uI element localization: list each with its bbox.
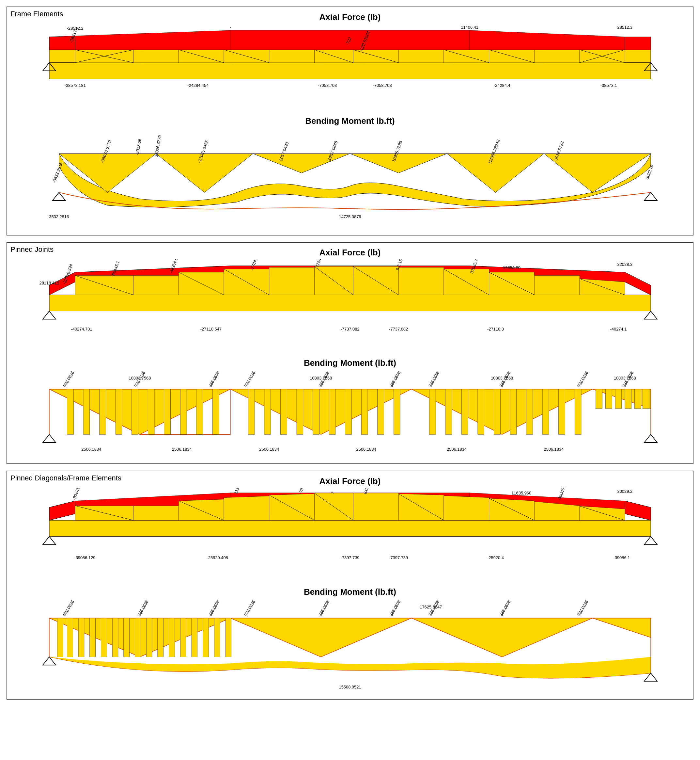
svg-text:886.0696: 886.0696 — [62, 599, 75, 617]
svg-rect-228 — [124, 618, 130, 657]
svg-text:886.0696: 886.0696 — [208, 370, 220, 388]
svg-text:3532.2816: 3532.2816 — [49, 215, 69, 219]
svg-rect-141 — [510, 389, 517, 434]
axial-svg-pinned: -32026.594 -50445.1 -48954.537 -7784.007… — [11, 259, 689, 356]
svg-text:30029.2: 30029.2 — [617, 489, 633, 494]
svg-text:14725.3876: 14725.3876 — [339, 215, 361, 219]
svg-text:886.0696: 886.0696 — [389, 370, 402, 388]
svg-text:-40274.1: -40274.1 — [610, 327, 627, 332]
svg-rect-116 — [100, 389, 106, 434]
svg-marker-124 — [230, 389, 411, 434]
panel-pinned-joints: Pinned Joints Axial Force (lb) — [6, 242, 694, 464]
svg-text:17625.8147: 17625.8147 — [420, 604, 442, 609]
axial-title-diagonals: Axial Force (lb) — [319, 476, 381, 486]
svg-rect-122 — [197, 389, 203, 434]
svg-rect-227 — [112, 618, 118, 657]
svg-rect-125 — [248, 389, 255, 434]
svg-marker-56 — [544, 154, 651, 193]
svg-marker-21 — [398, 50, 444, 63]
svg-marker-4 — [470, 30, 625, 50]
svg-text:-7397.739: -7397.739 — [341, 555, 359, 560]
svg-rect-121 — [180, 389, 187, 434]
bending-diagram-frame: -38026.5779 -5013.86 -36026.3779 -3532.2… — [11, 128, 689, 231]
svg-marker-203 — [644, 537, 657, 545]
svg-text:2506.1834: 2506.1834 — [259, 447, 279, 452]
svg-marker-156 — [43, 434, 56, 443]
svg-text:-: - — [230, 25, 231, 30]
bending-svg-pinned: 886.0696 886.0696 886.0696 886.0696 886.… — [11, 370, 689, 460]
svg-text:-7397.739: -7397.739 — [389, 555, 408, 560]
panel-label-frame: Frame Elements — [11, 10, 63, 18]
svg-text:2506.1834: 2506.1834 — [447, 447, 467, 452]
svg-marker-221 — [593, 618, 651, 637]
svg-marker-55 — [447, 154, 544, 193]
svg-text:886.0696: 886.0696 — [243, 599, 256, 617]
svg-rect-151 — [634, 389, 641, 408]
svg-marker-81 — [398, 267, 444, 295]
svg-text:-39086.129: -39086.129 — [74, 555, 95, 560]
axial-svg-diagonals: -30221.241 11188.8095 -737 75.793 7 849.… — [11, 488, 689, 585]
svg-rect-143 — [542, 389, 549, 434]
svg-marker-157 — [644, 434, 657, 443]
svg-rect-224 — [78, 618, 84, 657]
svg-text:886.0696: 886.0696 — [208, 599, 220, 617]
panel-content-pinned: Axial Force (lb) — [11, 246, 689, 461]
svg-text:-25920.408: -25920.408 — [207, 555, 228, 560]
svg-rect-140 — [494, 389, 500, 434]
svg-text:-27110.3: -27110.3 — [487, 327, 504, 332]
svg-rect-129 — [313, 389, 319, 434]
svg-rect-134 — [394, 389, 400, 434]
axial-diagram-frame: -28512.2 - -722 -282.02984 11406.41 2851… — [11, 24, 689, 114]
svg-text:886.0696: 886.0696 — [62, 370, 75, 388]
svg-text:12654.80: 12654.80 — [503, 265, 520, 270]
panel-frame-elements: Frame Elements Axial Force (lb) — [6, 6, 694, 235]
svg-rect-145 — [575, 389, 581, 434]
svg-rect-118 — [132, 389, 138, 434]
svg-marker-18 — [269, 50, 315, 63]
svg-text:28118.415: 28118.415 — [39, 280, 59, 285]
svg-marker-202 — [43, 537, 56, 545]
svg-marker-219 — [230, 618, 411, 657]
svg-text:-40274.701: -40274.701 — [71, 327, 92, 332]
svg-rect-126 — [264, 389, 271, 434]
svg-rect-115 — [83, 389, 90, 434]
svg-text:2506.1834: 2506.1834 — [81, 447, 101, 452]
svg-rect-222 — [58, 618, 63, 657]
svg-rect-232 — [169, 618, 175, 657]
svg-rect-139 — [478, 389, 484, 434]
svg-rect-137 — [445, 389, 452, 434]
svg-rect-73 — [49, 295, 651, 311]
svg-marker-184 — [133, 506, 179, 520]
svg-text:10803.7568: 10803.7568 — [310, 376, 332, 381]
axial-diagram-diagonals: -30221.241 11188.8095 -737 75.793 7 849.… — [11, 488, 689, 585]
svg-text:-5013.86: -5013.86 — [134, 138, 142, 156]
svg-marker-5 — [625, 37, 651, 50]
svg-rect-150 — [625, 389, 631, 408]
bending-title-frame: Bending Moment lb.ft) — [305, 116, 395, 126]
svg-marker-186 — [224, 496, 269, 520]
main-container: Frame Elements Axial Force (lb) — [0, 0, 700, 706]
svg-text:886.0696: 886.0696 — [243, 370, 256, 388]
svg-rect-225 — [90, 618, 95, 657]
panel-pinned-diagonals: Pinned Diagonals/Frame Elements Axial Fo… — [6, 471, 694, 700]
svg-text:11406.41: 11406.41 — [461, 25, 478, 30]
svg-marker-191 — [444, 496, 489, 520]
axial-title-pinned: Axial Force (lb) — [319, 248, 381, 258]
svg-rect-235 — [203, 618, 209, 657]
svg-rect-237 — [225, 618, 231, 657]
svg-text:-7058.703: -7058.703 — [318, 83, 337, 88]
svg-marker-78 — [269, 267, 315, 295]
svg-text:-38573.181: -38573.181 — [65, 83, 86, 88]
svg-marker-84 — [534, 275, 580, 295]
bending-title-diagonals: Bending Moment (lb.ft) — [304, 587, 396, 597]
svg-text:886.0696: 886.0696 — [576, 599, 589, 617]
svg-text:-38573.1: -38573.1 — [600, 83, 617, 88]
svg-rect-147 — [596, 389, 602, 408]
svg-rect-233 — [180, 618, 186, 657]
svg-marker-52 — [156, 154, 253, 193]
svg-text:-30221.241: -30221.241 — [72, 488, 83, 501]
axial-title-frame: Axial Force (lb) — [319, 12, 381, 22]
svg-rect-142 — [527, 389, 533, 434]
svg-rect-131 — [345, 389, 352, 434]
svg-rect-127 — [280, 389, 287, 434]
